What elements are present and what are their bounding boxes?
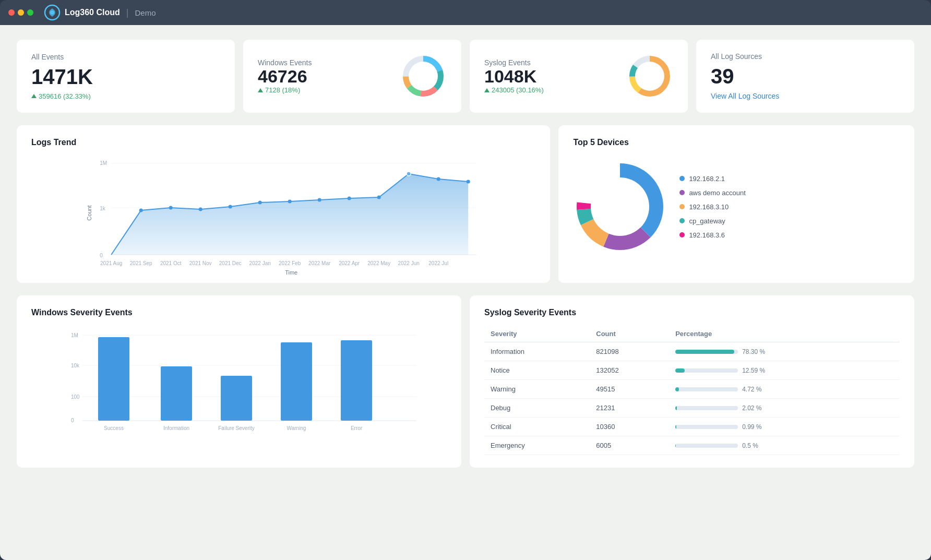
legend-item: 192.168.3.10 xyxy=(679,203,745,211)
bottom-row: Windows Severity Events 1M 10k 100 0 xyxy=(17,295,914,468)
syslog-severity-table: Severity Count Percentage Information 82… xyxy=(484,326,900,455)
pct-cell: 12.59 % xyxy=(669,361,900,380)
legend-dot-icon xyxy=(679,190,685,195)
syslog-events-text: Syslog Events 1048K 243005 (30.16%) xyxy=(484,58,544,94)
svg-text:2022 Apr: 2022 Apr xyxy=(339,260,360,266)
logs-trend-svg: 1M 1k 0 xyxy=(31,156,535,276)
svg-text:1M: 1M xyxy=(71,332,78,338)
trend-up-icon xyxy=(484,88,490,92)
count-cell: 21231 xyxy=(590,399,669,418)
top5-donut-svg xyxy=(573,160,667,254)
bar-failure xyxy=(221,376,252,421)
all-log-sources-value: 39 xyxy=(711,65,900,88)
legend-label: 192.168.2.1 xyxy=(689,175,725,183)
col-percentage: Percentage xyxy=(669,326,900,342)
bar-information xyxy=(161,366,192,421)
svg-point-13 xyxy=(635,62,664,91)
legend-item: 192.168.2.1 xyxy=(679,175,745,183)
windows-severity-card: Windows Severity Events 1M 10k 100 0 xyxy=(17,295,461,468)
legend-label: aws demo account xyxy=(689,189,745,197)
top5-donut-container: 192.168.2.1 aws demo account 192.168.3.1… xyxy=(573,156,900,254)
svg-text:Time: Time xyxy=(285,269,297,276)
svg-text:Count: Count xyxy=(86,205,92,220)
legend-item: cp_gateway xyxy=(679,217,745,225)
main-content: All Events 1471K 359616 (32.33%) Windows… xyxy=(0,25,931,560)
close-button[interactable] xyxy=(8,9,15,16)
svg-text:2021 Sep: 2021 Sep xyxy=(130,260,152,266)
data-point xyxy=(437,177,440,181)
titlebar: Log360 Cloud | Demo xyxy=(0,0,931,25)
syslog-events-label: Syslog Events xyxy=(484,58,544,67)
svg-text:100: 100 xyxy=(71,394,80,400)
data-point xyxy=(288,200,292,204)
syslog-severity-card: Syslog Severity Events Severity Count Pe… xyxy=(470,295,914,468)
all-events-label: All Events xyxy=(31,53,220,61)
count-cell: 6005 xyxy=(590,436,669,455)
windows-events-label: Windows Events xyxy=(258,58,312,67)
table-row: Critical 10360 0.99 % xyxy=(484,418,900,436)
stat-cards: All Events 1471K 359616 (32.33%) Windows… xyxy=(17,40,914,113)
severity-cell: Critical xyxy=(484,418,590,436)
all-events-change: 359616 (32.33%) xyxy=(31,92,220,100)
legend-dot-icon xyxy=(679,176,685,181)
svg-text:1M: 1M xyxy=(100,160,107,166)
top5-legend: 192.168.2.1 aws demo account 192.168.3.1… xyxy=(679,175,745,239)
app-window: Log360 Cloud | Demo All Events 1471K 359… xyxy=(0,0,931,560)
data-point xyxy=(467,180,470,184)
legend-item: aws demo account xyxy=(679,189,745,197)
svg-text:10k: 10k xyxy=(71,363,80,368)
svg-point-39 xyxy=(591,177,649,236)
svg-text:Error: Error xyxy=(351,425,363,431)
pct-cell: 4.72 % xyxy=(669,380,900,399)
legend-dot-icon xyxy=(679,218,685,223)
syslog-events-value: 1048K xyxy=(484,67,544,86)
bar-success xyxy=(98,337,129,421)
svg-text:2022 Mar: 2022 Mar xyxy=(308,260,331,266)
data-point xyxy=(348,197,351,200)
count-cell: 821098 xyxy=(590,342,669,361)
area-fill xyxy=(111,174,468,255)
bar-warning xyxy=(281,342,312,421)
all-events-card: All Events 1471K 359616 (32.33%) xyxy=(17,40,235,113)
count-cell: 10360 xyxy=(590,418,669,436)
legend-label: cp_gateway xyxy=(689,217,725,225)
trend-up-icon xyxy=(258,88,263,92)
all-log-sources-label: All Log Sources xyxy=(711,52,900,61)
svg-text:0: 0 xyxy=(71,418,74,423)
svg-text:2022 Jul: 2022 Jul xyxy=(428,260,448,266)
all-events-value: 1471K xyxy=(31,65,220,88)
severity-cell: Emergency xyxy=(484,436,590,455)
svg-text:2021 Nov: 2021 Nov xyxy=(189,260,212,266)
brand-demo: Demo xyxy=(135,8,156,17)
legend-label: 192.168.3.10 xyxy=(689,203,729,211)
top5-devices-title: Top 5 Devices xyxy=(573,138,900,147)
bar-error xyxy=(341,340,372,421)
top5-devices-card: Top 5 Devices xyxy=(558,125,914,283)
severity-cell: Warning xyxy=(484,380,590,399)
col-severity: Severity xyxy=(484,326,590,342)
severity-cell: Information xyxy=(484,342,590,361)
windows-severity-title: Windows Severity Events xyxy=(31,308,447,317)
table-row: Emergency 6005 0.5 % xyxy=(484,436,900,455)
svg-text:2021 Dec: 2021 Dec xyxy=(219,260,242,266)
windows-donut-chart xyxy=(400,53,447,100)
table-row: Debug 21231 2.02 % xyxy=(484,399,900,418)
minimize-button[interactable] xyxy=(18,9,24,16)
brand: Log360 Cloud | Demo xyxy=(44,4,156,21)
logs-trend-chart: 1M 1k 0 xyxy=(31,156,535,270)
table-row: Notice 132052 12.59 % xyxy=(484,361,900,380)
data-point xyxy=(199,208,202,211)
data-point xyxy=(169,206,173,210)
pct-cell: 0.99 % xyxy=(669,418,900,436)
fullscreen-button[interactable] xyxy=(27,9,33,16)
windows-events-value: 46726 xyxy=(258,67,312,86)
brand-divider: | xyxy=(126,7,129,18)
svg-text:2021 Oct: 2021 Oct xyxy=(160,260,182,266)
legend-label: 192.168.3.6 xyxy=(689,231,725,239)
logs-trend-title: Logs Trend xyxy=(31,138,535,147)
charts-row: Logs Trend 1M 1k 0 xyxy=(17,125,914,283)
logs-trend-card: Logs Trend 1M 1k 0 xyxy=(17,125,550,283)
syslog-events-change: 243005 (30.16%) xyxy=(484,86,544,94)
svg-text:2022 Jan: 2022 Jan xyxy=(249,260,271,266)
view-all-log-sources-link[interactable]: View All Log Sources xyxy=(711,92,900,100)
